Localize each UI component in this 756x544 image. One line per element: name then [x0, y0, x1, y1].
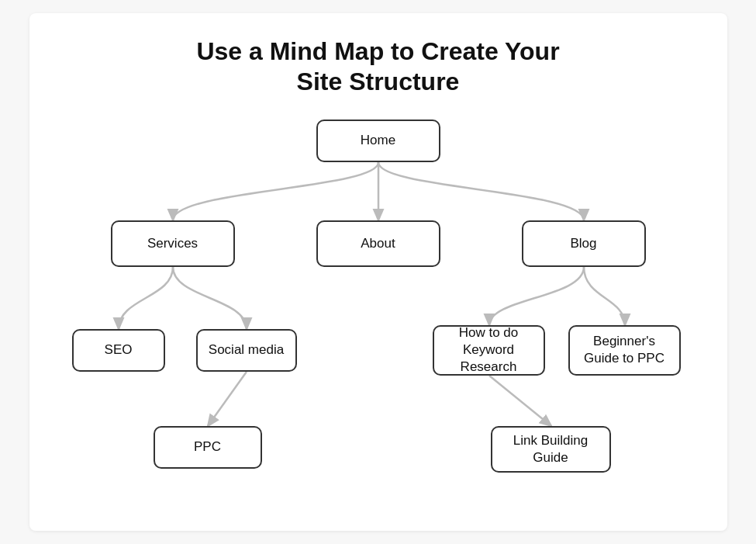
node-home: Home: [316, 120, 440, 162]
node-about: About: [316, 220, 440, 267]
node-ppc: PPC: [154, 426, 262, 469]
node-linkbuilding: Link Building Guide: [491, 426, 611, 473]
node-blog: Blog: [522, 220, 646, 267]
mindmap-container: Home Services About Blog SEO Social medi…: [60, 120, 696, 500]
main-card: Use a Mind Map to Create Your Site Struc…: [29, 13, 727, 531]
page-title: Use a Mind Map to Create Your Site Struc…: [196, 36, 559, 96]
node-keyword: How to do Keyword Research: [433, 325, 545, 376]
node-beginner: Beginner's Guide to PPC: [568, 325, 681, 376]
node-services: Services: [111, 220, 235, 267]
node-socialmedia: Social media: [196, 329, 297, 372]
node-seo: SEO: [72, 329, 165, 372]
